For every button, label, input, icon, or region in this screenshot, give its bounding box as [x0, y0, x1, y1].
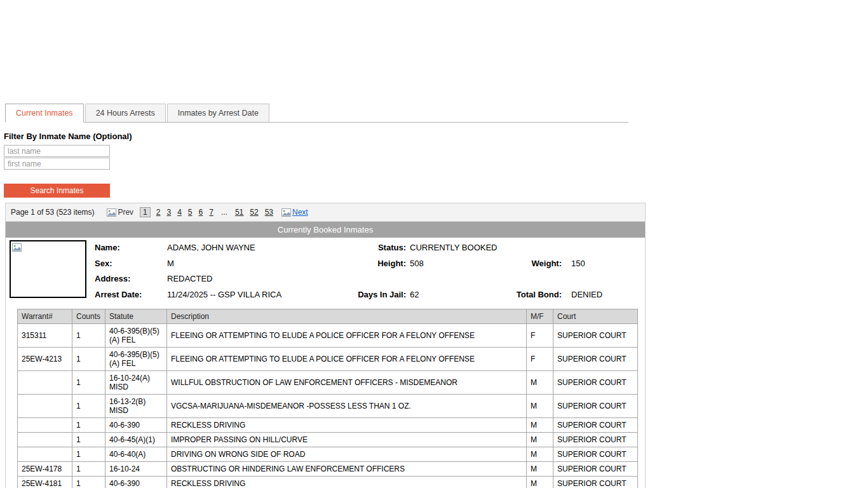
- table-cell: 1: [72, 477, 105, 488]
- table-cell: M: [527, 477, 553, 488]
- pager-page-link[interactable]: 2: [156, 208, 161, 217]
- address-label: Address:: [95, 274, 130, 283]
- table-cell: FLEEING OR ATTEMPTING TO ELUDE A POLICE …: [167, 324, 527, 348]
- table-cell: 40-6-390: [105, 418, 167, 433]
- broken-image-icon: [12, 243, 22, 252]
- table-cell: M: [527, 395, 553, 418]
- table-cell: FLEEING OR ATTEMPTING TO ELUDE A POLICE …: [167, 348, 527, 371]
- search-inmates-button[interactable]: Search Inmates: [4, 184, 110, 198]
- total-bond-label: Total Bond:: [477, 290, 562, 299]
- table-cell: 1: [72, 447, 105, 462]
- table-row: 116-13-2(B) MISDVGCSA-MARIJUANA-MISDEMEA…: [18, 395, 638, 418]
- last-name-input[interactable]: [4, 145, 110, 157]
- table-row: 140-6-45(A)(1)IMPROPER PASSING ON HILL/C…: [18, 433, 638, 447]
- table-header-cell: Counts: [72, 309, 105, 324]
- table-header-cell: Court: [553, 309, 638, 324]
- table-cell: 40-6-45(A)(1): [105, 433, 167, 447]
- table-cell: 16-13-2(B) MISD: [105, 395, 167, 418]
- table-cell: 25EW-4178: [18, 462, 72, 477]
- pager-page-link[interactable]: 52: [250, 208, 258, 217]
- table-row: 116-10-24(A) MISDWILLFUL OBSTRUCTION OF …: [18, 371, 638, 395]
- table-cell: 40-6-40(A): [105, 447, 167, 462]
- table-cell: [18, 433, 72, 447]
- inmate-details: Name: ADAMS, JOHN WAYNE Status: CURRENTL…: [6, 238, 645, 304]
- sex-value: M: [167, 259, 174, 268]
- table-cell: [18, 395, 72, 418]
- table-cell: 16-10-24(A) MISD: [105, 371, 167, 395]
- table-cell: M: [527, 462, 553, 477]
- table-cell: 315311: [18, 324, 72, 348]
- arrest-date-label: Arrest Date:: [95, 290, 142, 299]
- table-cell: 40-6-395(B)(5)(A) FEL: [105, 324, 167, 348]
- days-in-jail-value: 62: [410, 290, 419, 299]
- name-value: ADAMS, JOHN WAYNE: [167, 243, 255, 252]
- charges-table: Warrant#CountsStatuteDescriptionM/FCourt…: [17, 309, 638, 488]
- table-cell: SUPERIOR COURT: [553, 477, 638, 488]
- table-cell: M: [527, 371, 553, 395]
- pager-prev-label: Prev: [118, 208, 133, 217]
- table-row: 25EW-4213140-6-395(B)(5)(A) FELFLEEING O…: [18, 348, 638, 371]
- table-row: 25EW-4178116-10-24OBSTRUCTING OR HINDERI…: [18, 462, 638, 477]
- table-cell: VGCSA-MARIJUANA-MISDEMEANOR -POSSESS LES…: [167, 395, 527, 418]
- filter-heading: Filter By Inmate Name (Optional): [4, 132, 868, 141]
- weight-value: 150: [571, 259, 585, 268]
- table-cell: SUPERIOR COURT: [553, 447, 638, 462]
- pager-ellipsis: ...: [221, 208, 227, 217]
- tab-24-hours-arrests[interactable]: 24 Hours Arrests: [85, 104, 166, 122]
- pager-next-label: Next: [292, 208, 308, 217]
- table-cell: M: [527, 447, 553, 462]
- arrest-date-value: 11/24/2025 -- GSP VILLA RICA: [167, 290, 281, 299]
- table-cell: 25EW-4213: [18, 348, 72, 371]
- table-cell: IMPROPER PASSING ON HILL/CURVE: [167, 433, 527, 447]
- pager-page-link[interactable]: 53: [265, 208, 273, 217]
- days-in-jail-label: Days In Jail:: [317, 290, 406, 299]
- table-row: 140-6-40(A)DRIVING ON WRONG SIDE OF ROAD…: [18, 447, 638, 462]
- table-cell: SUPERIOR COURT: [553, 348, 638, 371]
- table-cell: 1: [72, 395, 105, 418]
- table-cell: M: [527, 433, 553, 447]
- table-cell: 1: [72, 433, 105, 447]
- pager-pages: 234567...515253: [153, 208, 276, 217]
- table-header-cell: Warrant#: [18, 309, 72, 324]
- tab-bar: Current Inmates 24 Hours Arrests Inmates…: [5, 104, 628, 123]
- table-cell: WILLFUL OBSTRUCTION OF LAW ENFORCEMENT O…: [167, 371, 527, 395]
- height-label: Height:: [317, 259, 406, 268]
- table-cell: 40-6-390: [105, 477, 167, 488]
- pager-page-link[interactable]: 3: [166, 208, 171, 217]
- broken-image-icon: [281, 208, 291, 217]
- table-cell: SUPERIOR COURT: [553, 462, 638, 477]
- table-cell: 25EW-4181: [18, 477, 72, 488]
- table-cell: [18, 418, 72, 433]
- pager-summary: Page 1 of 53 (523 items): [11, 208, 94, 217]
- tab-current-inmates[interactable]: Current Inmates: [5, 104, 84, 123]
- table-cell: 1: [72, 462, 105, 477]
- table-cell: 40-6-395(B)(5)(A) FEL: [105, 348, 167, 371]
- tab-inmates-by-arrest-date[interactable]: Inmates by Arrest Date: [167, 104, 269, 122]
- table-cell: [18, 371, 72, 395]
- broken-image-icon: [107, 208, 116, 217]
- table-cell: DRIVING ON WRONG SIDE OF ROAD: [167, 447, 527, 462]
- inmates-grid: Page 1 of 53 (523 items) Prev 1 234567..…: [5, 203, 646, 488]
- pager-page-link[interactable]: 7: [209, 208, 214, 217]
- table-cell: [18, 447, 72, 462]
- table-cell: SUPERIOR COURT: [553, 395, 638, 418]
- pager-page-link[interactable]: 51: [235, 208, 243, 217]
- table-header-cell: Description: [167, 309, 527, 324]
- address-value: REDACTED: [167, 274, 213, 283]
- pager-prev[interactable]: Prev: [107, 208, 133, 217]
- section-title: Currently Booked Inmates: [6, 222, 645, 238]
- pager-page-link[interactable]: 5: [188, 208, 193, 217]
- table-cell: M: [527, 418, 553, 433]
- sex-label: Sex:: [95, 259, 112, 268]
- table-header-cell: Statute: [105, 309, 167, 324]
- pager-page-link[interactable]: 6: [199, 208, 203, 217]
- table-cell: SUPERIOR COURT: [553, 433, 638, 447]
- table-cell: SUPERIOR COURT: [553, 371, 638, 395]
- first-name-input[interactable]: [4, 158, 110, 170]
- height-value: 508: [410, 259, 424, 268]
- pager-next[interactable]: Next: [281, 208, 308, 217]
- table-cell: OBSTRUCTING OR HINDERING LAW ENFORCEMENT…: [167, 462, 527, 477]
- table-cell: 1: [72, 324, 105, 348]
- status-label: Status:: [317, 243, 406, 252]
- pager-page-link[interactable]: 4: [177, 208, 182, 217]
